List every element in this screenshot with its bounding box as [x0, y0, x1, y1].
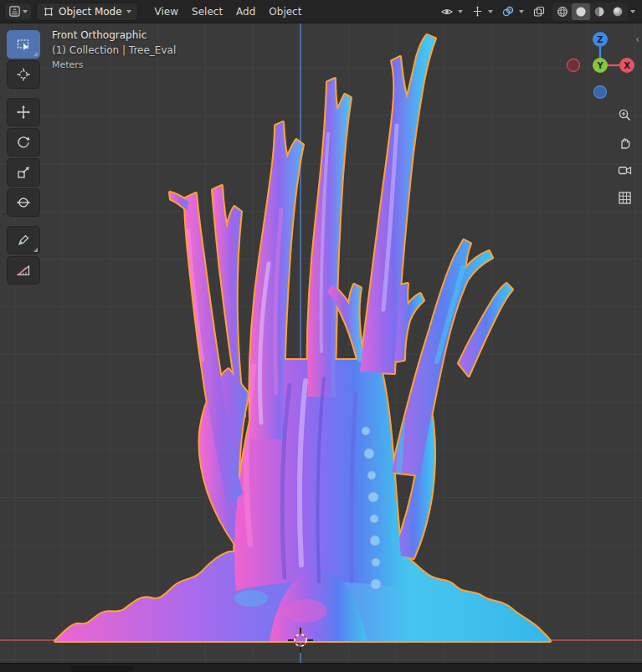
- mode-dropdown[interactable]: Object Mode: [36, 3, 138, 21]
- object-visibility-button[interactable]: [439, 3, 455, 21]
- editor-divider: [0, 663, 642, 672]
- material-sphere-icon: [593, 6, 605, 18]
- shading-rendered-button[interactable]: [609, 3, 627, 20]
- chevron-down-icon: [458, 10, 463, 13]
- tool-measure[interactable]: [7, 256, 40, 285]
- show-overlays-dropdown[interactable]: [517, 3, 526, 21]
- wireframe-sphere-icon: [557, 6, 568, 18]
- navigation-axis-gizmo[interactable]: Z X Y: [560, 25, 640, 105]
- chevron-down-icon: [126, 10, 131, 13]
- tool-annotate[interactable]: [7, 226, 40, 254]
- pan-button[interactable]: [615, 133, 634, 151]
- axis-y-label: Y: [596, 61, 603, 70]
- object-visibility-dropdown[interactable]: [456, 3, 465, 21]
- units-label: Meters: [52, 59, 176, 70]
- chevron-down-icon: [23, 10, 28, 13]
- shading-mode-group: [552, 3, 628, 21]
- show-gizmos-dropdown[interactable]: [486, 3, 495, 21]
- rendered-sphere-icon: [612, 6, 624, 18]
- menu-select[interactable]: Select: [185, 3, 229, 21]
- tool-move[interactable]: [7, 98, 40, 126]
- shading-solid-button[interactable]: [572, 3, 590, 20]
- magnifier-plus-icon: [618, 108, 632, 122]
- chevron-down-icon: [519, 10, 524, 13]
- axis-x-label: X: [624, 61, 630, 70]
- shading-material-button[interactable]: [590, 3, 609, 20]
- viewport-editor-icon: [8, 5, 21, 18]
- shading-wireframe-button[interactable]: [553, 3, 572, 20]
- 3d-cursor: [285, 625, 316, 655]
- blender-window: Object Mode View Select Add Object: [0, 0, 642, 672]
- camera-view-button[interactable]: [615, 161, 634, 179]
- object-mode-icon: [43, 6, 54, 18]
- menu-view[interactable]: View: [148, 3, 185, 21]
- tool-select-box[interactable]: [7, 30, 40, 59]
- tool-rotate[interactable]: [7, 128, 40, 156]
- view-name-label: Front Orthographic: [52, 29, 176, 41]
- tool-bar: [7, 30, 40, 286]
- viewport-header: Object Mode View Select Add Object: [0, 0, 642, 23]
- show-gizmos-button[interactable]: [470, 3, 485, 21]
- menu-add[interactable]: Add: [229, 3, 262, 21]
- toggle-grid-button[interactable]: [615, 188, 634, 207]
- menu-object[interactable]: Object: [262, 3, 308, 21]
- subtool-indicator: [33, 52, 38, 56]
- menu-bar: View Select Add Object: [148, 3, 309, 21]
- hand-icon: [618, 136, 632, 150]
- editor-resize-handle[interactable]: [71, 666, 133, 672]
- chevron-down-icon: [488, 10, 493, 13]
- tool-transform[interactable]: [7, 188, 40, 217]
- axis-neg-x-ball[interactable]: [568, 59, 580, 72]
- axis-neg-z-ball[interactable]: [594, 86, 607, 99]
- tree-object[interactable]: [0, 23, 642, 663]
- shading-dropdown[interactable]: [629, 3, 637, 21]
- viewport-overlay-text: Front Orthographic (1) Collection | Tree…: [52, 29, 176, 70]
- solid-sphere-icon: [575, 6, 587, 18]
- mode-dropdown-label: Object Mode: [59, 6, 122, 18]
- sidebar-toggle-arrow[interactable]: ‹: [635, 33, 639, 45]
- editor-type-button[interactable]: [5, 3, 31, 19]
- subtool-indicator: [33, 248, 38, 252]
- axis-z-label: Z: [597, 35, 603, 44]
- toggle-xray-button[interactable]: [531, 3, 547, 21]
- viewport-3d[interactable]: Front Orthographic (1) Collection | Tree…: [0, 23, 642, 663]
- tool-cursor[interactable]: [7, 60, 40, 89]
- gizmo-icon: [471, 5, 484, 18]
- grid-icon: [618, 191, 632, 205]
- chevron-down-icon: [630, 10, 635, 13]
- header-right-controls: [439, 3, 637, 21]
- eye-icon: [440, 5, 454, 18]
- collection-label: (1) Collection | Tree_Eval: [52, 44, 176, 56]
- xray-icon: [532, 5, 546, 18]
- show-overlays-button[interactable]: [500, 3, 516, 21]
- viewport-nav-buttons: [615, 105, 634, 207]
- camera-icon: [618, 163, 632, 177]
- zoom-button[interactable]: [615, 105, 634, 124]
- tool-scale[interactable]: [7, 158, 40, 187]
- overlays-icon: [501, 5, 515, 18]
